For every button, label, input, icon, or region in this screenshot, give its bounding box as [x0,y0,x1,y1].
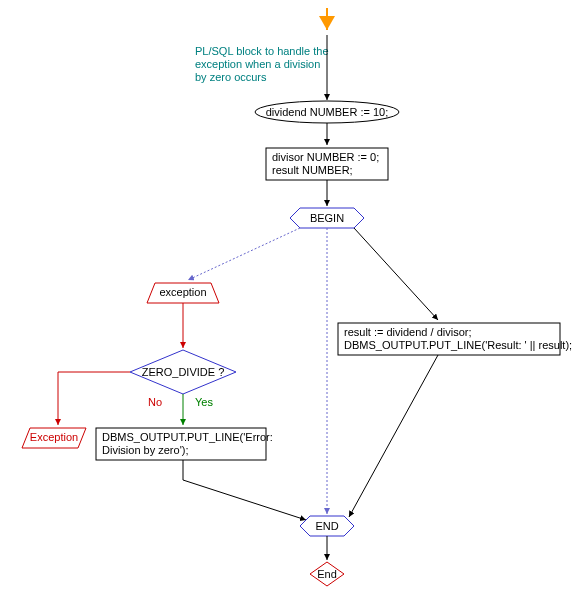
decision-label: ZERO_DIVIDE ? [142,366,225,378]
arrow-begin-to-main [354,228,438,320]
end-label: END [315,520,338,532]
arrow-output-to-end [183,460,306,520]
decision-no-label: No [148,396,162,408]
exception-label: exception [159,286,206,298]
decision-yes-label: Yes [195,396,213,408]
arrow-main-to-end [349,355,438,517]
final-end-label: End [317,568,337,580]
arrow-begin-to-exception [188,228,300,280]
arrow-no-to-exception [58,372,130,425]
caption-text: PL/SQL block to handle the exception whe… [195,45,332,83]
begin-label: BEGIN [310,212,344,224]
exception-result-label: Exception [30,431,78,443]
start-terminal-label: dividend NUMBER := 10; [266,106,389,118]
